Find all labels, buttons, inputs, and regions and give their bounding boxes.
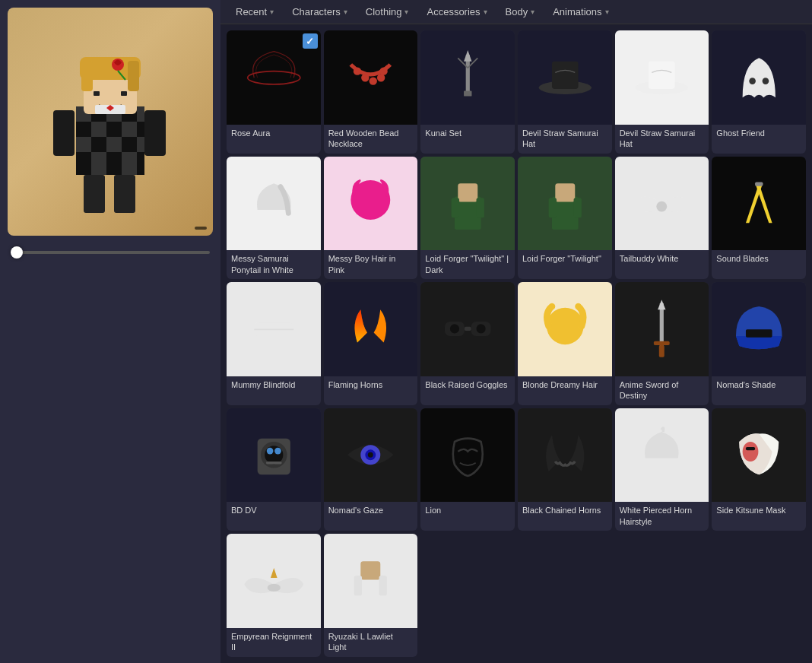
item-image-10 [615, 157, 709, 251]
avatar-character [34, 23, 186, 220]
item-card-13[interactable]: Flaming Horns [324, 282, 418, 405]
nav-chevron-characters: ▾ [344, 8, 347, 16]
item-card-17[interactable]: Nomad's Shade [712, 282, 806, 405]
svg-rect-20 [137, 152, 144, 175]
svg-rect-80 [265, 462, 281, 464]
svg-point-77 [265, 446, 283, 464]
nav-label-characters: Characters [292, 6, 341, 17]
item-card-7[interactable]: Messy Boy Hair in Pink [324, 157, 418, 280]
avatar-error-section [8, 266, 213, 268]
item-card-18[interactable]: BD DV [227, 408, 321, 531]
item-card-21[interactable]: Black Chained Horns [518, 408, 612, 531]
item-card-16[interactable]: Anime Sword of Destiny [615, 282, 709, 405]
svg-rect-46 [552, 61, 579, 88]
item-image-4 [615, 30, 709, 125]
item-card-10[interactable]: Tailbuddy White [615, 157, 709, 280]
item-image-8 [420, 157, 515, 251]
item-card-25[interactable]: Ryuzaki L Lawliet Light [324, 534, 418, 657]
item-image-13 [324, 282, 418, 376]
item-card-9[interactable]: Loid Forger "Twilight" [518, 157, 612, 280]
item-image-17 [712, 282, 806, 376]
top-nav: Recent▾Characters▾Clothing▾Accessories▾B… [220, 0, 812, 24]
item-card-1[interactable]: Red Wooden Bead Necklace [324, 30, 418, 154]
svg-rect-11 [76, 137, 91, 152]
svg-rect-17 [91, 152, 106, 175]
svg-marker-71 [658, 300, 665, 309]
item-label-20: Lion [420, 502, 515, 520]
item-label-4: Devil Straw Samurai Hat [615, 125, 709, 154]
slider-thumb[interactable] [11, 246, 23, 259]
svg-rect-19 [122, 152, 137, 175]
item-image-20 [420, 408, 515, 503]
svg-point-49 [749, 78, 756, 84]
item-card-20[interactable]: Lion [420, 408, 515, 531]
item-card-22[interactable]: White Pierced Horn Hairstyle [615, 408, 709, 531]
item-image-25 [324, 534, 418, 628]
item-card-6[interactable]: Messy Samurai Ponytail in White [227, 157, 321, 280]
nav-chevron-animations: ▾ [605, 8, 609, 16]
item-image-12 [227, 282, 321, 376]
item-image-7 [324, 157, 418, 251]
item-card-24[interactable]: Empyrean Reignment II [227, 534, 321, 657]
item-label-17: Nomad's Shade [712, 376, 806, 395]
item-label-19: Nomad's Gaze [324, 502, 418, 520]
svg-rect-14 [122, 137, 137, 152]
item-card-23[interactable]: Side Kitsune Mask [712, 408, 806, 531]
item-image-24 [227, 534, 321, 628]
item-label-11: Sound Blades [712, 250, 806, 268]
svg-rect-10 [137, 122, 144, 137]
nav-item-body[interactable]: Body▾ [496, 0, 544, 24]
item-card-15[interactable]: Blonde Dreamy Hair [518, 282, 612, 405]
3d-badge [195, 227, 207, 230]
item-card-5[interactable]: Ghost Friend [712, 30, 806, 154]
item-card-19[interactable]: Nomad's Gaze [324, 408, 418, 531]
nav-item-characters[interactable]: Characters▾ [283, 0, 357, 24]
svg-rect-8 [106, 122, 122, 137]
svg-rect-91 [379, 576, 387, 595]
item-card-0[interactable]: ✓Rose Aura [227, 30, 321, 154]
item-label-16: Anime Sword of Destiny [615, 376, 709, 405]
item-image-0: ✓ [227, 30, 321, 125]
svg-marker-43 [464, 49, 471, 61]
svg-rect-5 [137, 106, 144, 122]
svg-rect-6 [76, 122, 91, 137]
nav-label-body: Body [506, 6, 528, 17]
item-image-9 [518, 157, 612, 251]
item-label-8: Loid Forger "Twilight" | Dark [420, 250, 515, 279]
svg-rect-33 [53, 110, 75, 156]
svg-rect-44 [464, 90, 471, 96]
nav-label-accessories: Accessories [427, 6, 480, 17]
nav-item-animations[interactable]: Animations▾ [544, 0, 617, 24]
item-image-15 [518, 282, 612, 376]
item-card-4[interactable]: Devil Straw Samurai Hat [615, 30, 709, 154]
item-card-12[interactable]: Mummy Blindfold [227, 282, 321, 405]
svg-point-86 [267, 584, 280, 592]
item-label-13: Flaming Horns [324, 376, 418, 395]
svg-rect-24 [128, 61, 139, 91]
item-card-8[interactable]: Loid Forger "Twilight" | Dark [420, 157, 515, 280]
item-label-23: Side Kitsune Mask [712, 502, 806, 520]
item-label-12: Mummy Blindfold [227, 376, 321, 395]
nav-label-animations: Animations [553, 6, 601, 17]
item-card-2[interactable]: Kunai Set [420, 30, 515, 154]
item-card-14[interactable]: Black Raised Goggles [420, 282, 515, 405]
item-image-6 [227, 157, 321, 251]
svg-rect-7 [91, 122, 106, 137]
item-card-11[interactable]: Sound Blades [712, 157, 806, 280]
item-card-3[interactable]: Devil Straw Samurai Hat [518, 30, 612, 154]
svg-rect-18 [106, 152, 122, 175]
avatar-container [8, 8, 213, 236]
nav-item-clothing[interactable]: Clothing▾ [357, 0, 418, 24]
right-panel: Recent▾Characters▾Clothing▾Accessories▾B… [220, 0, 812, 663]
body-type-slider[interactable] [11, 251, 210, 254]
svg-rect-16 [76, 152, 91, 175]
nav-item-accessories[interactable]: Accessories▾ [417, 0, 496, 24]
body-type-section [8, 245, 213, 254]
nav-item-recent[interactable]: Recent▾ [227, 0, 283, 24]
item-label-2: Kunai Set [420, 125, 515, 143]
svg-rect-31 [84, 175, 105, 213]
svg-rect-12 [91, 137, 106, 152]
svg-rect-32 [114, 175, 135, 213]
nav-chevron-clothing: ▾ [404, 8, 408, 16]
item-label-22: White Pierced Horn Hairstyle [615, 502, 709, 531]
